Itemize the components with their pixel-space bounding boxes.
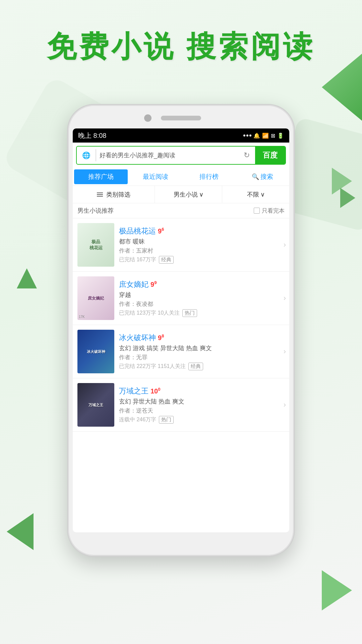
book-info-3: 冰火破坏神 98 玄幻 游戏 搞笑 异世大陆 热血 爽文 作者：无罪 已完结 2… — [119, 330, 285, 373]
wifi-icon: 📶 — [262, 132, 269, 139]
arrow-icon-4: › — [284, 400, 286, 409]
tab-recent[interactable]: 最近阅读 — [129, 168, 183, 185]
book-info-2: 庶女嫡妃 99 穿越 作者：夜凌都 已完结 123万字 10人关注 热门 — [119, 276, 285, 320]
book-badge-3: 经典 — [188, 363, 203, 370]
book-badge-2: 热门 — [182, 309, 197, 317]
filter-genre-label: 男生小说 — [174, 191, 198, 199]
list-item[interactable]: 庶女嫡妃 17K 庶女嫡妃 99 穿越 作者：夜凌都 已完结 123万字 10人… — [73, 272, 289, 325]
book-rating-3: 98 — [158, 333, 164, 342]
book-cover-3: 冰火破坏神 — [77, 330, 114, 373]
phone-speaker — [161, 116, 201, 120]
filter-category-label: 类别筛选 — [106, 191, 130, 199]
section-header: 男生小说推荐 只看完本 — [73, 203, 289, 218]
status-time: 晚上 8:08 — [78, 131, 106, 140]
phone-mockup: 晚上 8:08 🔔 📶 ⊠ 🔋 🌐 ↻ — [67, 104, 295, 557]
book-stats-4: 连载中 246万字 热门 — [119, 416, 285, 424]
page-title: 免费小说 搜索阅读 — [0, 27, 362, 67]
book-stats-3: 已完结 222万字 1151人关注 经典 — [119, 363, 285, 370]
globe-icon: 🌐 — [79, 149, 93, 162]
filter-bar: 类别筛选 男生小说 ∨ 不限 ∨ — [73, 186, 289, 203]
arrow-icon-3: › — [284, 347, 286, 356]
bg-triangle-right-2 — [340, 188, 355, 208]
book-title-4: 万域之王 — [119, 386, 148, 396]
book-stats-1: 已完结 167万字 经典 — [119, 256, 285, 264]
book-cover-2: 庶女嫡妃 17K — [77, 276, 114, 320]
search-input[interactable] — [96, 152, 238, 159]
book-list: 极品桃花运 极品桃花运 96 都市 暖昧 作者：五家村 已完结 167万字 经典 — [73, 218, 289, 532]
list-item[interactable]: 万域之王 万域之王 100 玄幻 异世大陆 热血 爽文 作者：逆苍天 连载中 2… — [73, 378, 289, 432]
bg-triangle-bottom-left — [7, 513, 34, 550]
data-icon: ⊠ — [271, 132, 275, 139]
phone-volume-down-button — [67, 212, 68, 236]
book-cover-1: 极品桃花运 — [77, 223, 114, 267]
filter-genre[interactable]: 男生小说 ∨ — [155, 186, 222, 203]
book-title-2: 庶女嫡妃 — [119, 279, 148, 289]
tab-search-label: 搜索 — [260, 172, 273, 181]
filter-lines-icon — [97, 193, 103, 197]
book-author-2: 作者：夜凌都 — [119, 300, 285, 308]
book-title-1: 极品桃花运 — [119, 226, 156, 236]
book-title-3: 冰火破坏神 — [119, 333, 156, 343]
book-genre-3: 玄幻 游戏 搞笑 异世大陆 热血 爽文 — [119, 344, 285, 352]
phone-body: 晚上 8:08 🔔 📶 ⊠ 🔋 🌐 ↻ — [67, 104, 295, 557]
bg-triangle-bottom-right — [322, 570, 352, 610]
book-rating-4: 100 — [150, 387, 160, 395]
tab-search[interactable]: 🔍 搜索 — [236, 168, 290, 185]
search-bar[interactable]: 🌐 ↻ 百度 — [76, 146, 286, 165]
tab-ranking[interactable]: 排行榜 — [182, 168, 236, 185]
battery-icon: 🔋 — [277, 132, 284, 139]
signal-icon — [243, 135, 251, 137]
book-cover-4: 万域之王 — [77, 383, 114, 427]
nav-tabs: 推荐广场 最近阅读 排行榜 🔍 搜索 — [73, 168, 289, 186]
book-info-1: 极品桃花运 96 都市 暖昧 作者：五家村 已完结 167万字 经典 — [119, 223, 285, 267]
phone-power-button — [294, 172, 295, 199]
phone-mute-button — [67, 159, 68, 175]
complete-only-label: 只看完本 — [262, 207, 285, 215]
checkbox-icon[interactable] — [254, 208, 260, 214]
filter-category[interactable]: 类别筛选 — [73, 186, 155, 203]
section-title: 男生小说推荐 — [77, 207, 114, 215]
search-icon: 🔍 — [252, 173, 259, 180]
chevron-down-icon: ∨ — [199, 191, 203, 198]
book-genre-2: 穿越 — [119, 291, 285, 299]
filter-limit-label: 不限 — [247, 191, 259, 199]
book-author-3: 作者：无罪 — [119, 354, 285, 361]
status-bar: 晚上 8:08 🔔 📶 ⊠ 🔋 — [73, 128, 289, 143]
list-item[interactable]: 极品桃花运 极品桃花运 96 都市 暖昧 作者：五家村 已完结 167万字 经典 — [73, 218, 289, 272]
book-rating-1: 96 — [158, 227, 164, 235]
complete-only-checkbox[interactable]: 只看完本 — [254, 207, 285, 215]
bg-triangle-small — [17, 268, 37, 288]
book-badge-4: 热门 — [159, 416, 174, 424]
book-rating-2: 99 — [150, 280, 157, 288]
book-stats-2: 已完结 123万字 10人关注 热门 — [119, 309, 285, 317]
status-icons: 🔔 📶 ⊠ 🔋 — [243, 132, 284, 139]
arrow-icon-2: › — [284, 294, 286, 303]
book-badge-1: 经典 — [159, 256, 174, 264]
phone-screen: 晚上 8:08 🔔 📶 ⊠ 🔋 🌐 ↻ — [73, 128, 289, 532]
filter-limit[interactable]: 不限 ∨ — [222, 186, 289, 203]
mute-icon: 🔔 — [253, 132, 260, 139]
arrow-icon-1: › — [284, 240, 286, 249]
refresh-icon[interactable]: ↻ — [238, 147, 255, 164]
tab-recommend[interactable]: 推荐广场 — [74, 169, 128, 184]
book-author-1: 作者：五家村 — [119, 247, 285, 255]
list-item[interactable]: 冰火破坏神 冰火破坏神 98 玄幻 游戏 搞笑 异世大陆 热血 爽文 作者：无罪… — [73, 325, 289, 378]
chevron-down-icon-2: ∨ — [260, 191, 265, 198]
book-author-4: 作者：逆苍天 — [119, 407, 285, 415]
phone-camera — [144, 114, 152, 122]
book-genre-4: 玄幻 异世大陆 热血 爽文 — [119, 397, 285, 406]
phone-volume-up-button — [67, 182, 68, 206]
book-genre-1: 都市 暖昧 — [119, 237, 285, 246]
book-info-4: 万域之王 100 玄幻 异世大陆 热血 爽文 作者：逆苍天 连载中 246万字 … — [119, 383, 285, 427]
baidu-search-button[interactable]: 百度 — [255, 146, 285, 165]
